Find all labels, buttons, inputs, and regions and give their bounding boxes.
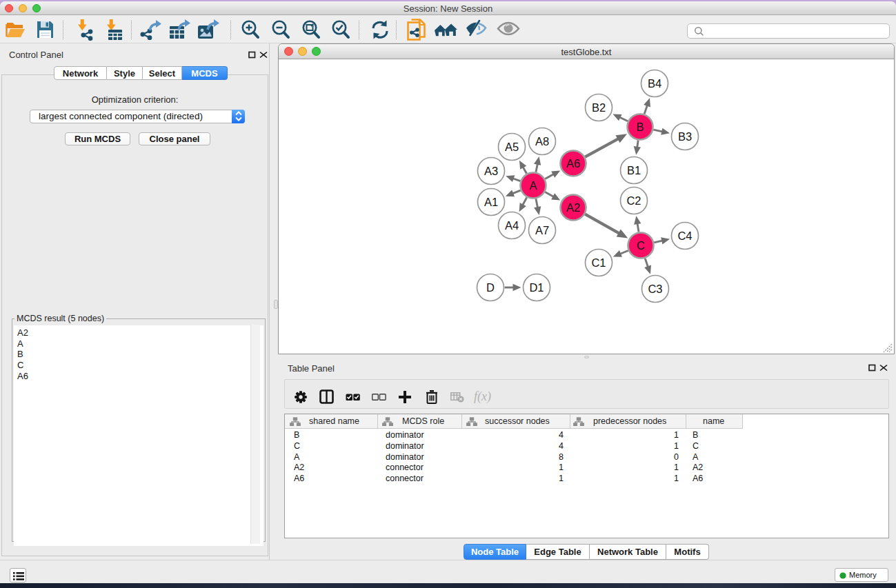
svg-text:D: D (486, 281, 495, 294)
svg-text:B1: B1 (627, 164, 641, 176)
svg-text:A6: A6 (566, 157, 580, 170)
svg-text:A2: A2 (566, 201, 580, 214)
svg-text:C: C (637, 239, 645, 252)
svg-text:A4: A4 (505, 219, 519, 232)
svg-text:B4: B4 (648, 77, 661, 90)
svg-text:D1: D1 (529, 281, 544, 294)
svg-text:C2: C2 (626, 194, 641, 207)
svg-text:A1: A1 (484, 196, 498, 208)
svg-text:A3: A3 (484, 165, 498, 177)
svg-text:B3: B3 (678, 130, 692, 143)
svg-text:A5: A5 (505, 141, 519, 153)
svg-text:C4: C4 (677, 230, 692, 242)
svg-text:A7: A7 (535, 224, 549, 236)
svg-text:B: B (636, 121, 644, 133)
svg-text:A8: A8 (535, 135, 549, 148)
svg-text:A: A (529, 179, 537, 192)
svg-text:B2: B2 (592, 101, 606, 114)
svg-text:C1: C1 (591, 256, 606, 269)
svg-text:C3: C3 (648, 283, 662, 295)
